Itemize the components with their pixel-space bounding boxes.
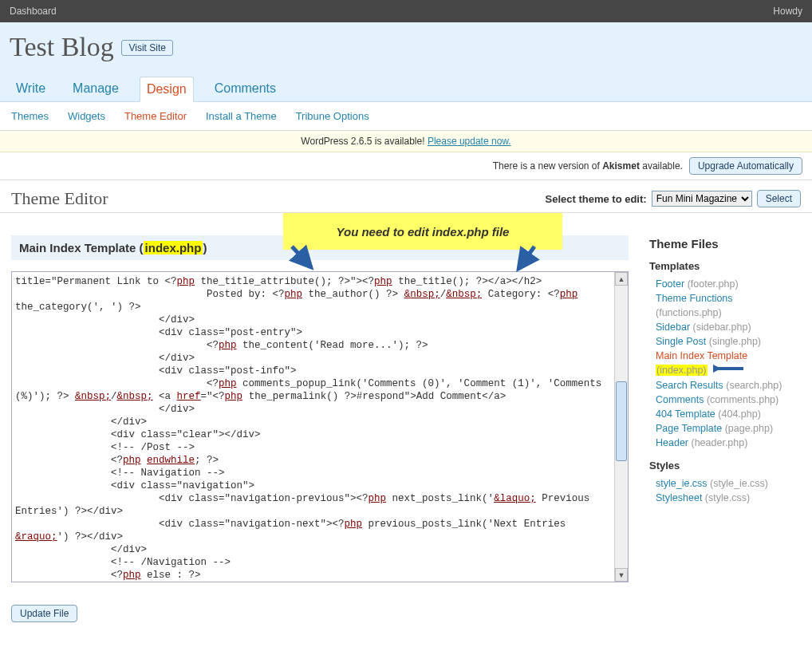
page-title: Theme Editor (11, 188, 108, 209)
file-search[interactable]: Search Results (search.php) (656, 378, 801, 393)
scroll-up-icon[interactable]: ▲ (615, 272, 628, 286)
subnav-theme-editor[interactable]: Theme Editor (124, 110, 187, 122)
theme-select-group: Select theme to edit: Fun Mini Magazine … (546, 190, 802, 207)
file-stylesheet[interactable]: Stylesheet (style.css) (656, 491, 801, 505)
annotation-arrow-sidebar-icon (713, 365, 745, 377)
tab-write[interactable]: Write (10, 77, 52, 101)
file-page[interactable]: Page Template (page.php) (656, 421, 801, 436)
theme-files-heading: Theme Files (649, 237, 801, 251)
svg-line-0 (292, 247, 311, 267)
main-columns: You need to edit index.php file Main Ind… (0, 213, 812, 654)
file-index[interactable]: Main Index Template (index.php) (656, 349, 801, 378)
wp-update-notice: WordPress 2.6.5 is available! Please upd… (0, 131, 812, 152)
file-404[interactable]: 404 Template (404.php) (656, 407, 801, 421)
file-comments[interactable]: Comments (comments.php) (656, 393, 801, 407)
tab-manage[interactable]: Manage (66, 77, 125, 101)
code-editor-text[interactable]: title="Permanent Link to <?php the_title… (12, 272, 628, 582)
annotation-arrow-right-icon (510, 243, 542, 275)
admin-header: Test Blog Visit Site Write Manage Design… (0, 22, 812, 101)
subnav-widgets[interactable]: Widgets (68, 110, 105, 122)
sub-nav: Themes Widgets Theme Editor Install a Th… (0, 102, 812, 130)
visit-site-button[interactable]: Visit Site (121, 40, 172, 56)
file-style-ie[interactable]: style_ie.css (style_ie.css) (656, 476, 801, 491)
upgrade-automatically-button[interactable]: Upgrade Automatically (689, 157, 802, 175)
admin-topbar: Dashboard Howdy (0, 0, 812, 22)
file-header[interactable]: Header (header.php) (656, 436, 801, 450)
subnav-install-theme[interactable]: Install a Theme (206, 110, 277, 122)
styles-heading: Styles (649, 460, 801, 472)
theme-select-dropdown[interactable]: Fun Mini Magazine (652, 191, 752, 207)
theme-select-label: Select theme to edit: (546, 193, 647, 205)
styles-list: style_ie.css (style_ie.css) Stylesheet (… (649, 476, 801, 505)
scroll-down-icon[interactable]: ▼ (615, 568, 628, 582)
theme-select-button[interactable]: Select (757, 190, 801, 207)
dashboard-link[interactable]: Dashboard (10, 0, 57, 22)
file-single[interactable]: Single Post (single.php) (656, 334, 801, 349)
wp-update-text: WordPress 2.6.5 is available! (301, 136, 428, 147)
blog-title: Test Blog (10, 32, 114, 62)
tab-design[interactable]: Design (140, 77, 194, 102)
wp-update-link[interactable]: Please update now. (428, 136, 511, 147)
annotation-arrow-left-icon (289, 243, 321, 275)
templates-heading: Templates (649, 260, 801, 272)
main-nav: Write Manage Design Comments (10, 77, 802, 101)
scroll-track[interactable] (615, 286, 628, 568)
file-sidebar[interactable]: Sidebar (sidebar.php) (656, 320, 801, 334)
templates-list: Footer (footer.php) Theme Functions (fun… (649, 277, 801, 450)
tab-comments[interactable]: Comments (208, 77, 282, 101)
editor-column: Main Index Template (index.php) title="P… (11, 219, 629, 622)
file-functions[interactable]: Theme Functions (functions.php) (656, 291, 801, 320)
update-file-button[interactable]: Update File (11, 605, 77, 622)
subnav-themes[interactable]: Themes (11, 110, 49, 122)
scroll-thumb[interactable] (616, 381, 627, 461)
file-footer[interactable]: Footer (footer.php) (656, 277, 801, 291)
howdy-link[interactable]: Howdy (773, 0, 802, 22)
editing-filename: index.php (144, 241, 203, 255)
sub-nav-wrap: Themes Widgets Theme Editor Install a Th… (0, 101, 812, 131)
akismet-notice: There is a new version of Akismet availa… (0, 152, 812, 180)
theme-files-sidebar: Theme Files Templates Footer (footer.php… (649, 219, 801, 622)
editor-scrollbar[interactable]: ▲ ▼ (614, 272, 628, 582)
code-editor[interactable]: title="Permanent Link to <?php the_title… (11, 271, 629, 582)
svg-line-1 (518, 247, 534, 269)
subnav-tribune-options[interactable]: Tribune Options (296, 110, 369, 122)
akismet-text: There is a new version of Akismet availa… (493, 160, 683, 172)
page-head: Theme Editor Select theme to edit: Fun M… (0, 180, 812, 213)
